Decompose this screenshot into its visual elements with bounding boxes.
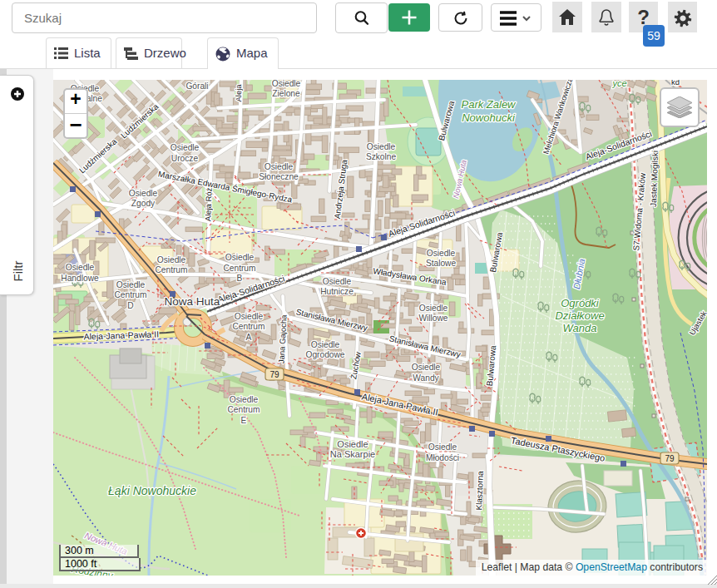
svg-text:Na Skarpie: Na Skarpie [330, 449, 375, 459]
svg-text:A: A [246, 333, 252, 342]
svg-text:Górali: Górali [185, 82, 208, 91]
svg-text:Wandy: Wandy [413, 373, 439, 383]
svg-text:Osiedle: Osiedle [230, 395, 259, 404]
svg-text:Osiedle: Osiedle [337, 439, 368, 449]
svg-text:Nowohucki: Nowohucki [462, 111, 516, 124]
svg-text:Osiedle: Osiedle [419, 304, 448, 313]
svg-text:Osiedle: Osiedle [272, 80, 301, 88]
svg-text:Centrum: Centrum [223, 264, 255, 273]
svg-text:Osiedle: Osiedle [412, 363, 441, 372]
svg-text:79: 79 [269, 370, 279, 379]
svg-text:Stalowe: Stalowe [426, 259, 457, 268]
svg-text:Hutnicze: Hutnicze [320, 287, 354, 296]
svg-text:Zgody: Zgody [131, 199, 156, 208]
svg-text:B: B [237, 274, 243, 283]
svg-text:79: 79 [665, 454, 675, 463]
svg-text:Ogrodowe: Ogrodowe [305, 350, 344, 359]
svg-text:Urocze: Urocze [171, 154, 199, 163]
svg-text:Nowa Huta: Nowa Huta [165, 295, 220, 308]
svg-text:Centrum: Centrum [227, 405, 260, 414]
svg-text:E: E [241, 416, 247, 425]
svg-text:Park Zalew: Park Zalew [461, 98, 517, 111]
svg-text:Centrum: Centrum [155, 265, 187, 274]
svg-text:Aleja Róż: Aleja Róż [203, 187, 213, 221]
svg-text:Centrum: Centrum [232, 322, 265, 331]
svg-text:Osiedle: Osiedle [323, 277, 352, 286]
svg-text:Działkowe: Działkowe [555, 309, 604, 322]
svg-text:Centrum: Centrum [114, 290, 146, 299]
svg-text:Osiedle: Osiedle [157, 255, 186, 264]
svg-text:Ogródki: Ogródki [561, 297, 600, 309]
svg-text:Osiedle: Osiedle [129, 189, 158, 198]
svg-text:Handlowe: Handlowe [61, 274, 99, 283]
svg-text:Osiedle: Osiedle [225, 253, 255, 262]
svg-text:Osiedle: Osiedle [427, 249, 456, 258]
svg-text:Aleja: Aleja [234, 84, 243, 102]
svg-text:kd: kd [671, 80, 680, 86]
svg-text:Wanda: Wanda [563, 322, 597, 334]
svg-text:Szkolne: Szkolne [366, 152, 397, 161]
svg-text:Willowe: Willowe [418, 314, 448, 323]
svg-text:Osiedle: Osiedle [116, 280, 146, 289]
svg-text:yce: yce [611, 80, 626, 88]
svg-text:Słoneczne: Słoneczne [259, 172, 299, 181]
svg-text:Zielone: Zielone [272, 89, 300, 98]
svg-text:Osiedle: Osiedle [311, 340, 340, 349]
svg-text:Łąki Nowohuckie: Łąki Nowohuckie [108, 484, 196, 497]
svg-text:Osiedle: Osiedle [171, 143, 200, 152]
svg-text:Osiedle: Osiedle [265, 162, 294, 171]
svg-text:Osiedle: Osiedle [66, 263, 95, 272]
svg-text:Osiedle: Osiedle [367, 142, 396, 151]
svg-text:D: D [127, 301, 133, 310]
svg-text:Klasztorna: Klasztorna [474, 471, 485, 511]
svg-text:Osiedle: Osiedle [235, 312, 264, 321]
svg-text:Młodości: Młodości [426, 453, 459, 462]
svg-text:Osiedle: Osiedle [428, 442, 457, 452]
